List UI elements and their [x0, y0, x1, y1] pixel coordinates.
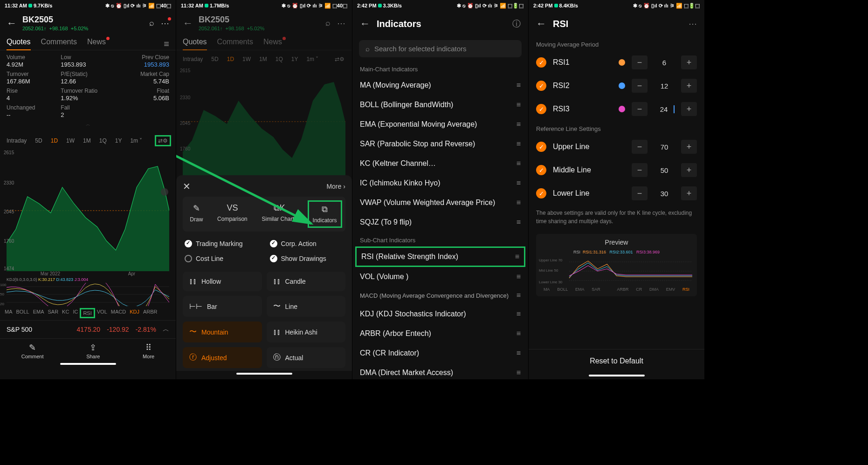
- minus-button[interactable]: −: [632, 55, 648, 69]
- chart-type-bar[interactable]: ⊢⊢Bar: [183, 296, 262, 317]
- tab-news[interactable]: News: [87, 38, 106, 50]
- svg-point-1: [161, 188, 168, 196]
- phone-3: 2:42 PM3.3KB/s ✱ ⍉ ⏰ ▯ıl ⟳ ılı ⚞ 📶 ⬚🔋⬚ ←…: [352, 0, 529, 379]
- phone-4: 2:42 PM8.4KB/s ✱ ⍉ ⏰ ▯ıl ⟳ ılı ⚞ 📶 ⬚🔋⬚ ←…: [529, 0, 705, 379]
- plus-button[interactable]: +: [681, 55, 697, 69]
- home-indicator[interactable]: [60, 363, 116, 365]
- more-icon[interactable]: ⋯: [689, 19, 697, 29]
- similar-icon: ⧉K: [274, 203, 285, 213]
- tf-5d[interactable]: 5D: [33, 137, 44, 145]
- drag-icon: ≡: [517, 81, 521, 89]
- back-arrow-icon[interactable]: ←: [536, 18, 546, 30]
- nav-comment[interactable]: ✎Comment: [21, 342, 44, 359]
- tf-1y[interactable]: 1Y: [113, 137, 124, 145]
- search-icon: ⌕: [365, 45, 370, 53]
- tab-quotes[interactable]: Quotes: [7, 38, 31, 50]
- stats: Volume4.92M Low1953.893 Prev Close1953.8…: [0, 50, 176, 131]
- ind-vwap[interactable]: VWAP (Volume Weighted Average Price)≡: [352, 193, 528, 212]
- ind-ma[interactable]: MA (Moving Average)≡: [352, 75, 528, 95]
- tool-indicators[interactable]: ⧉Indicators: [308, 200, 342, 228]
- ind-rsi[interactable]: RSI (Relative Strength Index)≡: [355, 246, 525, 267]
- check-cost[interactable]: Cost Line: [185, 255, 259, 262]
- chart-type-mountain[interactable]: 〜Mountain: [183, 321, 262, 342]
- tool-draw[interactable]: ✎Draw: [190, 203, 203, 225]
- ind-arbr[interactable]: ARBR (Arbor Entech)≡: [352, 324, 528, 343]
- preview-indicators: MABOLLEMASAR ARBRCRDMAEMVRSI: [536, 285, 697, 294]
- indicators-icon: ⧉: [322, 205, 328, 214]
- ind-sar[interactable]: SAR (Parabolic Stop and Reverse)≡: [352, 134, 528, 154]
- chart-x-labels: Mar 2022Apr: [0, 271, 176, 276]
- back-arrow-icon[interactable]: ←: [7, 17, 17, 29]
- tf-1min[interactable]: 1m ˅: [128, 137, 144, 145]
- tf-intraday[interactable]: Intraday: [5, 137, 28, 145]
- status-icons: ✱ ⍉ ⏰ ▯ıl ⟳ ılı ⚞ 📶 ⬚40⬚: [105, 3, 171, 9]
- ind-vol[interactable]: VOL (Volume )≡: [352, 267, 528, 287]
- page-title: RSI: [553, 19, 682, 29]
- status-bar: 11:32 AM 9.7KB/s ✱ ⍉ ⏰ ▯ıl ⟳ ılı ⚞ 📶 ⬚40…: [0, 0, 176, 11]
- ticker-block[interactable]: BK2505 2052.061↑ +98.168 +5.02%: [22, 15, 144, 31]
- back-arrow-icon[interactable]: ←: [183, 17, 193, 29]
- tf-1m[interactable]: 1M: [81, 137, 93, 145]
- tool-similar[interactable]: ⧉KSimilar Charts: [262, 203, 297, 225]
- search-icon[interactable]: ⌕: [325, 18, 331, 28]
- ind-sqjz[interactable]: SQJZ (To 9 flip)≡: [352, 212, 528, 232]
- check-trading[interactable]: Trading Marking: [185, 240, 259, 247]
- nav-share[interactable]: ⇪Share: [86, 342, 100, 359]
- chat-icon[interactable]: ⋯: [337, 18, 345, 28]
- share-icon: ⇪: [90, 342, 96, 353]
- check-corp[interactable]: Corp. Action: [270, 240, 344, 247]
- ind-macd[interactable]: MACD (Moving Average Convergence and Div…: [352, 287, 528, 304]
- bottom-nav: ✎Comment ⇪Share ⠿More: [0, 338, 176, 361]
- search-icon[interactable]: ⌕: [149, 18, 154, 28]
- menu-icon[interactable]: ≡: [164, 39, 169, 49]
- status-time: 11:32 AM: [5, 3, 27, 8]
- ind-kdj[interactable]: KDJ (KDJ Stochastics Indicator)≡: [352, 304, 528, 324]
- help-icon[interactable]: ⓘ: [512, 18, 521, 29]
- upper-line-row: ✓ Upper Line − 70 +: [529, 135, 704, 158]
- ind-kc[interactable]: KC (Keltner Channel…≡: [352, 154, 528, 173]
- ind-cr[interactable]: CR (CR Indicator)≡: [352, 343, 528, 363]
- reset-button[interactable]: Reset to Default: [529, 349, 704, 373]
- header: ← BK2505 2052.061↑ +98.168 +5.02% ⌕ ⋯: [0, 11, 176, 35]
- vs-icon: VS: [227, 203, 238, 213]
- ind-dma[interactable]: DMA (Direct Market Access)≡: [352, 363, 528, 379]
- tab-comments[interactable]: Comments: [41, 38, 77, 50]
- tool-comparison[interactable]: VSComparison: [217, 203, 248, 225]
- chart-type-heikin[interactable]: ⫿⫿Heikin Ashi: [267, 321, 346, 342]
- rsi2-row: ✓ RSI2 − 12 +: [529, 74, 704, 97]
- tf-1w[interactable]: 1W: [64, 137, 76, 145]
- color-dot[interactable]: [619, 59, 625, 66]
- ind-ema[interactable]: EMA (Exponential Moving Average)≡: [352, 115, 528, 134]
- tabs: Quotes Comments News ≡: [0, 35, 176, 50]
- rsi3-row: ✓ RSI3 − 24 +: [529, 97, 704, 121]
- chart-type-adjusted[interactable]: ⓡAdjusted: [183, 347, 262, 368]
- sp500-row[interactable]: S&P 500 4175.20 -120.92 -2.81% ︿: [0, 320, 176, 338]
- pencil-icon: ✎: [29, 342, 36, 353]
- preview-box: Preview RSI RSI1:31.316 RSI2:33.601 RSI3…: [536, 234, 697, 296]
- chart-type-hollow[interactable]: ⫿⫿Hollow: [183, 272, 262, 291]
- price-chart[interactable]: 2615 2330 2045 1760 1474: [0, 150, 176, 271]
- tf-1q[interactable]: 1Q: [97, 137, 109, 145]
- back-arrow-icon[interactable]: ←: [360, 18, 370, 30]
- nav-more[interactable]: ⠿More: [143, 342, 154, 359]
- chart-type-line[interactable]: 〜Line: [267, 296, 346, 317]
- ind-ic[interactable]: IC (Ichimoku Kinko Hyo)≡: [352, 173, 528, 193]
- chat-icon[interactable]: ⋯: [161, 18, 169, 28]
- chart-type-candle[interactable]: ⫿⫿Candle: [267, 272, 346, 291]
- indicator-row: MA BOLL EMA SAR KC IC RSI VOL MACD KDJ A…: [0, 306, 176, 320]
- search-input[interactable]: ⌕ Search for selected indicators: [359, 40, 522, 57]
- middle-line-row: ✓ Middle Line − 50 +: [529, 158, 704, 182]
- ind-boll[interactable]: BOLL (Bollinger BandWidth)≡: [352, 95, 528, 115]
- tf-1d[interactable]: 1D: [49, 137, 60, 145]
- chart-type-actual[interactable]: ⓝActual: [267, 347, 346, 368]
- more-button[interactable]: More ›: [326, 183, 345, 190]
- check-icon[interactable]: ✓: [536, 57, 546, 68]
- rsi-indicator[interactable]: RSI: [80, 308, 95, 318]
- chart-settings-icon[interactable]: ⇄⚙: [155, 135, 171, 146]
- chart-settings-icon[interactable]: ⇄⚙: [332, 54, 347, 64]
- kdj-chart[interactable]: 100 50 20: [0, 283, 176, 306]
- close-icon[interactable]: ✕: [183, 181, 191, 192]
- status-dot: [28, 4, 32, 7]
- check-drawings[interactable]: Show Drawings: [270, 255, 344, 262]
- ticker-sub: 2052.061↑ +98.168 +5.02%: [22, 26, 144, 31]
